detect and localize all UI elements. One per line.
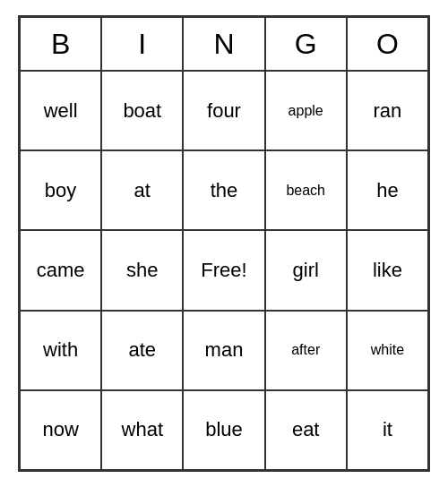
cell-3-3: after [265,311,347,390]
cell-2-4: like [347,230,428,310]
cell-3-2: man [183,311,264,390]
cell-4-0: now [20,390,101,470]
cell-2-2: Free! [183,230,264,310]
header-n: N [183,17,264,71]
cell-4-4: it [347,390,428,470]
cell-0-3: apple [265,71,347,150]
cell-2-0: came [20,230,101,310]
header-i: I [101,17,183,71]
header-o: O [347,17,428,71]
cell-3-0: with [20,311,101,390]
cell-3-4: white [347,311,428,390]
cell-1-4: he [347,150,428,230]
cell-1-3: beach [265,150,347,230]
cell-0-0: well [20,71,101,150]
cell-1-2: the [183,150,264,230]
cell-4-1: what [101,390,183,470]
cell-1-1: at [101,150,183,230]
cell-2-1: she [101,230,183,310]
bingo-card: B I N G O well boat four apple ran boy a… [18,15,430,472]
cell-0-2: four [183,71,264,150]
cell-4-3: eat [265,390,347,470]
cell-4-2: blue [183,390,264,470]
cell-3-1: ate [101,311,183,390]
cell-2-3: girl [265,230,347,310]
cell-1-0: boy [20,150,101,230]
cell-0-1: boat [101,71,183,150]
cell-0-4: ran [347,71,428,150]
header-g: G [265,17,347,71]
header-b: B [20,17,101,71]
